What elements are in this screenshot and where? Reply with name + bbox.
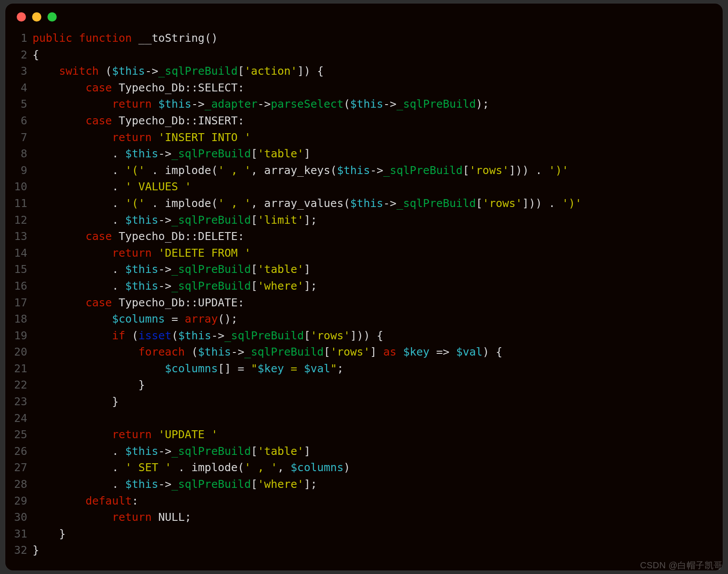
code-line: . $this->_sqlPreBuild['limit']; (33, 212, 717, 229)
code-line: . ' SET ' . implode(' , ', $columns) (33, 459, 717, 476)
window-titlebar (5, 4, 723, 30)
code-line: $columns = array(); (33, 311, 717, 327)
line-number: 25 (5, 426, 33, 443)
code-line: } (33, 377, 717, 393)
line-number: 28 (5, 476, 33, 493)
code-line: . '(' . implode(' , ', array_values($thi… (33, 195, 717, 212)
line-number: 12 (5, 212, 33, 229)
line-number: 24 (5, 410, 33, 427)
code-line: if (isset($this->_sqlPreBuild['rows'])) … (33, 327, 717, 344)
code-line: } (33, 526, 717, 542)
line-number: 20 (5, 344, 33, 360)
zoom-icon[interactable] (47, 12, 57, 22)
code-line: . $this->_sqlPreBuild['where']; (33, 278, 717, 294)
line-number: 1 (5, 30, 33, 47)
code-line: . $this->_sqlPreBuild['where']; (33, 476, 717, 493)
line-number: 31 (5, 526, 33, 542)
code-line: . $this->_sqlPreBuild['table'] (33, 261, 717, 278)
code-line: return 'INSERT INTO ' (33, 129, 717, 146)
line-number: 17 (5, 294, 33, 311)
code-line: . ' VALUES ' (33, 178, 717, 195)
code-line: default: (33, 493, 717, 509)
code-line: public function __toString() (33, 30, 717, 47)
code-line: { (33, 47, 717, 63)
line-number: 26 (5, 443, 33, 460)
line-number: 29 (5, 493, 33, 509)
code-line: case Typecho_Db::DELETE: (33, 228, 717, 245)
code-line: switch ($this->_sqlPreBuild['action']) { (33, 63, 717, 80)
code-line: case Typecho_Db::UPDATE: (33, 294, 717, 311)
line-number: 22 (5, 377, 33, 393)
code-line: . $this->_sqlPreBuild['table'] (33, 443, 717, 460)
line-number: 8 (5, 145, 33, 162)
line-number: 18 (5, 311, 33, 327)
watermark-text: CSDN @白帽子凯哥 (640, 559, 723, 571)
code-line: . $this->_sqlPreBuild['table'] (33, 145, 717, 162)
line-number-gutter: 1234567891011121314151617181920212223242… (5, 30, 33, 559)
line-number: 15 (5, 261, 33, 278)
code-line: return 'DELETE FROM ' (33, 245, 717, 262)
line-number: 10 (5, 178, 33, 195)
line-number: 7 (5, 129, 33, 146)
code-line (33, 410, 717, 427)
line-number: 5 (5, 96, 33, 113)
line-number: 4 (5, 80, 33, 96)
line-number: 6 (5, 113, 33, 129)
line-number: 21 (5, 360, 33, 377)
code-editor: 1234567891011121314151617181920212223242… (5, 30, 723, 559)
line-number: 11 (5, 195, 33, 212)
code-line: return $this->_adapter->parseSelect($thi… (33, 96, 717, 113)
line-number: 32 (5, 542, 33, 559)
code-content: public function __toString(){ switch ($t… (33, 30, 717, 559)
line-number: 19 (5, 327, 33, 344)
line-number: 27 (5, 459, 33, 476)
line-number: 30 (5, 509, 33, 526)
code-line: } (33, 393, 717, 410)
line-number: 16 (5, 278, 33, 294)
line-number: 13 (5, 228, 33, 245)
terminal-window: 1234567891011121314151617181920212223242… (5, 4, 723, 570)
line-number: 14 (5, 245, 33, 262)
code-line: case Typecho_Db::SELECT: (33, 80, 717, 96)
code-line: return 'UPDATE ' (33, 426, 717, 443)
line-number: 3 (5, 63, 33, 80)
code-line: case Typecho_Db::INSERT: (33, 113, 717, 129)
close-icon[interactable] (17, 12, 26, 22)
code-line: return NULL; (33, 509, 717, 526)
minimize-icon[interactable] (32, 12, 41, 22)
line-number: 23 (5, 393, 33, 410)
code-line: foreach ($this->_sqlPreBuild['rows'] as … (33, 344, 717, 360)
line-number: 9 (5, 162, 33, 179)
code-line: } (33, 542, 717, 559)
line-number: 2 (5, 47, 33, 63)
code-line: . '(' . implode(' , ', array_keys($this-… (33, 162, 717, 179)
code-line: $columns[] = "$key = $val"; (33, 360, 717, 377)
